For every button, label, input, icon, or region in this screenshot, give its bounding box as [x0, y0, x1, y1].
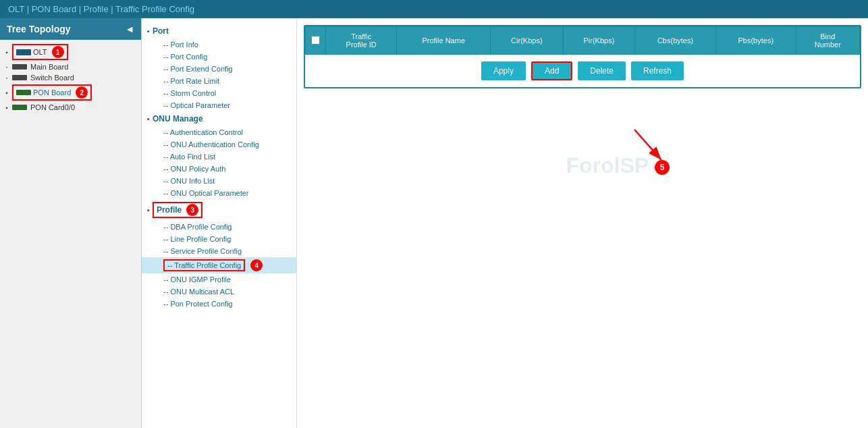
pon-card-icon — [12, 105, 27, 110]
breadcrumb-bar: OLT | PON Board | Profile | Traffic Prof… — [0, 0, 868, 18]
pon-card-label: PON Card0/0 — [30, 103, 75, 111]
col-pir: Pir(Kbps) — [563, 27, 635, 55]
main-content: TrafficProfile ID Profile Name Cir(Kbps)… — [297, 18, 868, 428]
profile-section-label: Profile — [157, 205, 182, 215]
onu-manage-label: ONU Manage — [153, 114, 203, 124]
main-board-label: Main Board — [30, 63, 68, 71]
nav-port-rate-limit[interactable]: -- Port Rate Limit — [142, 75, 296, 87]
expand-icon-pon-board: ▪ — [3, 88, 11, 97]
annotation-badge-5: 5 — [655, 160, 670, 175]
pon-board-badge: 2 — [76, 86, 88, 99]
action-buttons: Apply Add Delete Refresh — [305, 55, 860, 87]
nav-section-profile[interactable]: ▪ Profile 3 — [142, 199, 296, 221]
watermark: ForolSP — [566, 153, 649, 178]
nav-port-config[interactable]: -- Port Config — [142, 51, 296, 63]
nav-section-onu-manage[interactable]: ▪ ONU Manage — [142, 111, 296, 126]
nav-onu-info-list[interactable]: -- ONU Info List — [142, 175, 296, 187]
switch-board-icon — [12, 75, 27, 80]
nav-port-info[interactable]: -- Port Info — [142, 38, 296, 51]
breadcrumb-text: OLT | PON Board | Profile | Traffic Prof… — [8, 4, 194, 14]
expand-icon-switch-board: ◦ — [3, 74, 11, 82]
olt-badge: 1 — [52, 46, 64, 58]
col-pbs: Pbs(bytes) — [715, 27, 796, 55]
pon-board-highlight-box: PON Board 2 — [12, 84, 92, 101]
sidebar-collapse-icon[interactable]: ◄ — [125, 24, 134, 34]
svg-line-1 — [634, 130, 661, 160]
traffic-profile-highlight: -- Traffic Profile Config — [163, 259, 245, 271]
profile-expand-icon: ▪ — [147, 206, 150, 214]
traffic-profile-table: TrafficProfile ID Profile Name Cir(Kbps)… — [305, 26, 860, 55]
nav-port-extend-config[interactable]: -- Port Extend Config — [142, 63, 296, 75]
nav-service-profile[interactable]: -- Service Profile Config — [142, 245, 296, 257]
onu-manage-expand-icon: ▪ — [147, 115, 150, 123]
annotation-arrow: 5 — [628, 123, 682, 179]
arrow-svg — [628, 123, 682, 177]
sidebar-content: ▪ OLT 1 ◦ Main Board ◦ Switch Board — [0, 40, 141, 428]
port-section-label: Port — [153, 26, 169, 36]
col-checkbox — [306, 27, 326, 55]
refresh-button[interactable]: Refresh — [631, 61, 684, 80]
main-board-icon — [12, 64, 27, 70]
nav-section-port[interactable]: ▪ Port — [142, 24, 296, 38]
add-button[interactable]: Add — [531, 61, 572, 80]
nav-pon-protect-config[interactable]: -- Pon Protect Config — [142, 298, 296, 310]
traffic-profile-table-container: TrafficProfile ID Profile Name Cir(Kbps)… — [304, 25, 861, 88]
olt-label: OLT — [33, 48, 47, 56]
expand-icon-main-board: ◦ — [3, 63, 11, 71]
col-bind-number: BindNumber — [796, 27, 859, 55]
sidebar-title: Tree Topology — [7, 24, 71, 34]
col-cir: Cir(Kbps) — [491, 27, 564, 55]
olt-highlight-box: OLT 1 — [12, 44, 68, 60]
tree-node-pon-board[interactable]: ▪ PON Board 2 — [0, 83, 141, 102]
olt-device-icon — [16, 49, 31, 55]
tree-node-olt[interactable]: ▪ OLT 1 — [0, 43, 141, 61]
expand-icon-pon-card: ▪ — [3, 103, 11, 111]
traffic-profile-badge: 4 — [250, 259, 263, 271]
nav-traffic-profile[interactable]: -- Traffic Profile Config 4 — [142, 257, 296, 273]
nav-dba-profile[interactable]: -- DBA Profile Config — [142, 221, 296, 233]
nav-onu-auth-config[interactable]: -- ONU Authentication Config — [142, 138, 296, 151]
apply-button[interactable]: Apply — [481, 61, 526, 80]
expand-icon-olt: ▪ — [3, 48, 11, 56]
nav-line-profile[interactable]: -- Line Profile Config — [142, 233, 296, 245]
pon-board-icon — [16, 90, 31, 95]
col-profile-name: Profile Name — [397, 27, 491, 55]
left-nav: ▪ Port -- Port Info -- Port Config -- Po… — [142, 18, 297, 428]
nav-auth-control[interactable]: -- Authentication Control — [142, 126, 296, 138]
delete-button[interactable]: Delete — [578, 61, 626, 80]
switch-board-label: Switch Board — [30, 74, 74, 82]
nav-onu-igmp-profile[interactable]: -- ONU IGMP Profile — [142, 273, 296, 286]
nav-onu-optical-param[interactable]: -- ONU Optical Parameter — [142, 187, 296, 199]
col-traffic-profile-id: TrafficProfile ID — [326, 27, 397, 55]
tree-node-pon-card[interactable]: ▪ PON Card0/0 — [0, 102, 141, 113]
nav-onu-policy-auth[interactable]: -- ONU Policy Auth — [142, 163, 296, 175]
tree-node-main-board[interactable]: ◦ Main Board — [0, 61, 141, 72]
col-cbs: Cbs(bytes) — [635, 27, 716, 55]
tree-node-switch-board[interactable]: ◦ Switch Board — [0, 72, 141, 83]
profile-highlight-box: Profile 3 — [153, 202, 202, 218]
sidebar: Tree Topology ◄ ▪ OLT 1 ◦ Main Board — [0, 18, 142, 428]
select-all-checkbox[interactable] — [311, 36, 320, 45]
sidebar-header: Tree Topology ◄ — [0, 18, 141, 40]
profile-badge: 3 — [186, 204, 198, 216]
nav-optical-parameter[interactable]: -- Optical Parameter — [142, 99, 296, 111]
nav-storm-control[interactable]: -- Storm Control — [142, 87, 296, 99]
pon-board-label: PON Board — [33, 88, 71, 97]
port-expand-icon: ▪ — [147, 27, 150, 35]
nav-onu-multicast-acl[interactable]: -- ONU Multicast ACL — [142, 286, 296, 298]
nav-auto-find-list[interactable]: -- Auto Find List — [142, 151, 296, 163]
